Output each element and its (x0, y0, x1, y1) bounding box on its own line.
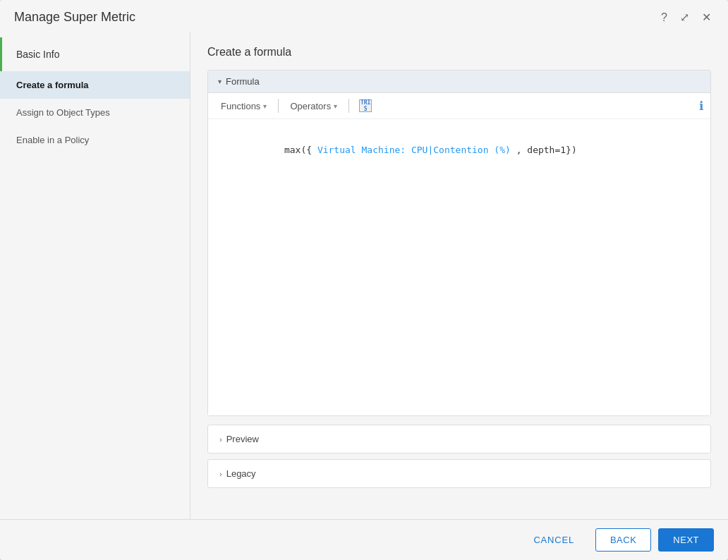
expand-button[interactable]: ⤢ (677, 11, 692, 25)
formula-editor[interactable]: max({ Virtual Machine: CPU|Contention (%… (208, 119, 710, 415)
dialog-header: Manage Super Metric ? ⤢ ✕ (0, 0, 728, 32)
sidebar-item-label-enable: Enable in a Policy (16, 135, 89, 145)
dialog-title: Manage Super Metric (14, 10, 135, 25)
sidebar-item-assign-object-types[interactable]: Assign to Object Types (0, 99, 190, 126)
formula-section-header: ▾ Formula (208, 71, 710, 93)
formula-suffix: , depth=1}) (511, 145, 577, 155)
formula-panel: ▾ Formula Functions ▾ Operators ▾ (207, 70, 711, 416)
preview-chevron-icon: › (219, 435, 222, 444)
sidebar-item-label-create-formula: Create a formula (16, 80, 89, 90)
manage-super-metric-dialog: Manage Super Metric ? ⤢ ✕ Basic Info Cre… (0, 0, 728, 560)
legacy-row[interactable]: › Legacy (207, 459, 711, 488)
toolbar-separator-2 (348, 99, 349, 113)
sidebar-item-label-basic-info: Basic Info (16, 49, 59, 60)
functions-chevron-icon: ▾ (263, 102, 267, 110)
panel-title: Create a formula (207, 46, 711, 59)
formula-section-title: Formula (226, 76, 260, 87)
main-content: Create a formula ▾ Formula Functions ▾ O… (190, 32, 728, 519)
sidebar: Basic Info Create a formula Assign to Ob… (0, 32, 190, 519)
sidebar-item-create-formula[interactable]: Create a formula (0, 71, 190, 99)
preview-label: Preview (226, 434, 259, 444)
preview-row[interactable]: › Preview (207, 425, 711, 454)
toolbar-separator-1 (278, 99, 279, 113)
close-button[interactable]: ✕ (699, 11, 714, 25)
formula-chevron-icon: ▾ (218, 78, 222, 85)
formula-blue-text: Virtual Machine: CPU|Contention (%) (317, 145, 511, 155)
formula-toolbar: Functions ▾ Operators ▾ TRIS ℹ (208, 93, 710, 119)
sidebar-item-enable-policy[interactable]: Enable in a Policy (0, 126, 190, 154)
legacy-chevron-icon: › (219, 470, 222, 478)
legacy-label: Legacy (226, 468, 256, 479)
functions-label: Functions (221, 101, 260, 111)
operators-chevron-icon: ▾ (334, 102, 337, 110)
formula-prefix: max({ (284, 145, 317, 155)
sidebar-item-basic-info[interactable]: Basic Info (0, 37, 190, 71)
cancel-button[interactable]: CANCEL (519, 529, 588, 551)
sidebar-item-label-assign: Assign to Object Types (16, 107, 110, 118)
help-button[interactable]: ? (658, 11, 670, 25)
info-button[interactable]: ℹ (699, 99, 703, 114)
dialog-footer: CANCEL BACK NEXT (0, 519, 728, 560)
dialog-controls: ? ⤢ ✕ (658, 11, 714, 25)
tris-button[interactable]: TRIS (355, 97, 376, 114)
tris-icon: TRIS (359, 99, 372, 112)
operators-label: Operators (290, 101, 331, 111)
functions-dropdown[interactable]: Functions ▾ (215, 99, 272, 114)
back-button[interactable]: BACK (595, 528, 651, 552)
operators-dropdown[interactable]: Operators ▾ (284, 99, 343, 114)
dialog-body: Basic Info Create a formula Assign to Ob… (0, 32, 728, 519)
next-button[interactable]: NEXT (658, 528, 714, 552)
